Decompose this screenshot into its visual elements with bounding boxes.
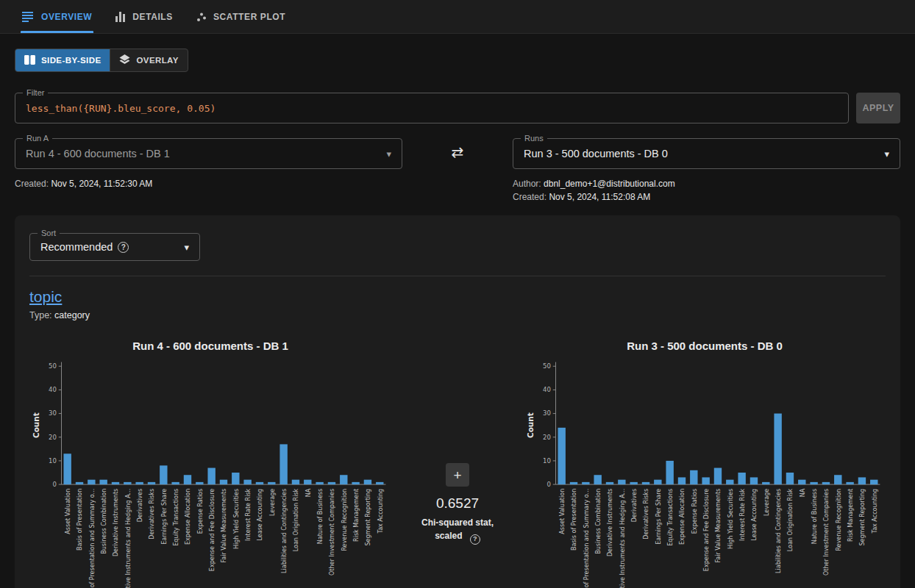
created-label: Created: [15,179,49,189]
author-label: Author: [513,179,541,189]
bar [618,480,625,484]
bar [558,428,565,484]
run-b-column: Runs Run 3 - 500 documents - DB 0 ▾ Auth… [513,138,900,202]
bar [328,482,335,484]
x-tick-label: Derivative Instruments and Hedging A... [125,489,132,588]
bar [654,480,661,484]
created-label: Created: [513,192,546,202]
side-by-side-toggle[interactable]: SIDE-BY-SIDE [15,49,110,71]
created-value: Nov 5, 2024, 11:52:08 AM [549,192,650,202]
bar [292,480,299,484]
x-tick-label: Derivative Instruments [113,489,119,556]
chart-title: Run 4 - 600 documents - DB 1 [29,340,391,352]
x-tick-label: Asset Valuation [559,489,566,534]
y-tick-label: 40 [543,386,551,393]
run-a-field-label: Run A [23,133,52,143]
y-axis-label: Count [32,412,40,438]
tab-details-label: DETAILS [132,12,173,22]
y-tick-label: 10 [49,457,57,465]
runs-select[interactable]: Runs Run 3 - 500 documents - DB 0 ▾ [513,138,900,169]
overlay-toggle[interactable]: OVERLAY [110,49,187,71]
x-tick-label: Leverage [763,489,770,516]
chevron-down-icon: ▾ [884,148,889,159]
x-tick-label: Expense Ratios [197,489,204,534]
type-label: Type: [29,310,52,320]
main-content: SIDE-BY-SIDE OVERLAY Filter less_than({R… [0,34,915,588]
bar [834,475,841,484]
x-tick-label: Expense Allocation [185,489,191,545]
tab-overview[interactable]: OVERVIEW [10,0,104,33]
bar [135,482,143,484]
x-tick-label: Derivatives [631,489,638,523]
bar [352,482,359,484]
help-icon[interactable]: ? [470,534,480,545]
chart-title: Run 3 - 500 documents - DB 0 [524,340,886,352]
help-icon[interactable]: ? [118,242,129,253]
x-tick-label: Expense and Fee Disclosure [703,489,710,571]
bar [196,482,203,484]
run-b-created: Created: Nov 5, 2024, 11:52:08 AM [513,192,900,202]
x-tick-label: Lease Accounting [751,489,758,541]
x-tick-label: Equity Transactions [667,489,674,546]
app-root: { "colors": { "accent": "#4d9fec", "bar"… [0,0,915,588]
metric-title-link[interactable]: topic [29,288,62,306]
y-tick-label: 40 [49,386,57,393]
filter-input[interactable]: Filter less_than({RUN}.bleu_score, 0.05) [15,93,849,123]
bar [822,482,830,484]
run-b-author: Author: dbnl_demo+1@distributional.com [513,179,900,189]
bar [99,480,107,484]
x-tick-label: Lease Accounting [257,489,263,541]
stat-column: + 0.6527 Chi-squared stat, scaled ? [399,340,516,545]
tab-details[interactable]: DETAILS [104,0,185,33]
bar [160,465,167,484]
filter-expression: less_than({RUN}.bleu_score, 0.05) [26,103,216,114]
y-tick-label: 30 [543,409,551,417]
x-tick-label: Liabilities and Contingencies [281,489,288,573]
bar [570,482,577,484]
bar [798,480,805,484]
x-tick-label: Loan Origination Risk [293,488,299,551]
y-tick-label: 0 [546,481,550,488]
bar [124,482,131,484]
layers-icon [119,54,130,66]
run-a-select[interactable]: Run A Run 4 - 600 documents - DB 1 ▾ [15,138,402,169]
bar [220,480,227,484]
tab-scatter-plot[interactable]: SCATTER PLOT [185,0,297,33]
bar [256,482,263,484]
y-tick-label: 10 [543,457,551,465]
bar [594,475,601,484]
y-tick-label: 30 [49,409,57,417]
x-tick-label: Basis of Presentation [571,489,577,551]
bar-chart-run-a: 01020304050CountAsset ValuationBasis of … [29,356,391,588]
runs-value: Run 3 - 500 documents - DB 0 [524,148,877,159]
bar [630,482,637,484]
bar [786,473,794,484]
filter-row: Filter less_than({RUN}.bleu_score, 0.05)… [15,93,900,123]
runs-field-label: Runs [521,133,547,143]
run-a-column: Run A Run 4 - 600 documents - DB 1 ▾ Cre… [15,138,402,189]
swap-runs-button[interactable]: ⇄ [452,145,464,159]
side-by-side-label: SIDE-BY-SIDE [41,56,101,65]
x-tick-label: Segment Reporting [365,489,371,546]
y-tick-label: 20 [49,434,57,441]
expand-button[interactable]: + [446,463,469,487]
charts-row: Run 4 - 600 documents - DB 1 01020304050… [29,340,886,588]
y-tick-label: 20 [543,434,551,441]
x-tick-label: Tax Accounting [377,489,384,534]
bar [690,470,697,484]
bar [316,482,323,484]
bar [750,477,758,484]
x-tick-label: Other Investment Companies [823,489,830,576]
y-tick-label: 0 [52,481,56,488]
bar [726,480,733,484]
x-tick-label: Equity Transactions [173,489,179,546]
chart-run-a: Run 4 - 600 documents - DB 1 01020304050… [29,340,391,588]
bar [232,473,239,484]
sort-select[interactable]: Sort Recommended ? ▾ [29,233,200,261]
apply-button[interactable]: APPLY [856,93,900,123]
bar [76,482,83,484]
x-tick-label: Business Combination [595,489,602,554]
side-by-side-icon [24,55,35,66]
x-tick-label: Derivatives Risks [149,489,155,539]
divider [29,276,886,276]
